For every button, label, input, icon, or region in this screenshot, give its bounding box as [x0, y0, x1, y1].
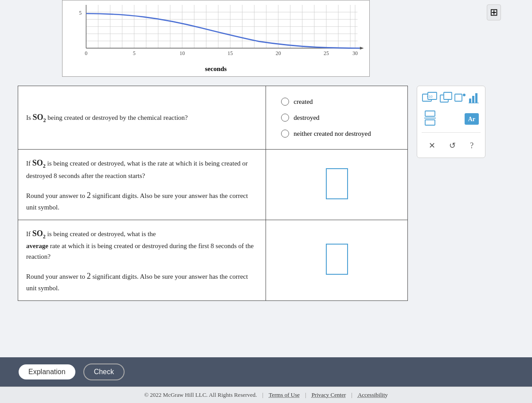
- copyright-text: © 2022 McGraw Hill LLC. All Rights Reser…: [144, 391, 257, 399]
- toolbar-row-2: Ar: [422, 110, 481, 128]
- toolbar-actions-row: ✕ ↺ ?: [422, 137, 481, 152]
- toolbar-divider: [422, 132, 481, 133]
- footer-sep-1: |: [262, 391, 264, 399]
- ar-icon[interactable]: Ar: [465, 113, 479, 125]
- graph-x-label: seconds: [67, 65, 365, 75]
- footer-sep-3: |: [351, 391, 352, 399]
- ar-label: Ar: [468, 116, 475, 122]
- radio-destroyed[interactable]: destroyed: [281, 114, 392, 122]
- radio-circle-neither[interactable]: [281, 130, 289, 138]
- toolbar-row-1: ×10: [422, 91, 481, 106]
- question-1-cell: Is SO2 being created or destroyed by the…: [18, 86, 266, 150]
- svg-text:20: 20: [276, 50, 281, 56]
- svg-rect-47: [469, 99, 471, 103]
- bar-chart-icon[interactable]: [468, 91, 481, 106]
- undo-action-btn[interactable]: ↺: [446, 139, 459, 152]
- radio-label-neither: neither created nor destroyed: [293, 130, 371, 138]
- explanation-button[interactable]: Explanation: [18, 363, 76, 380]
- footer: © 2022 McGraw Hill LLC. All Rights Reser…: [0, 387, 532, 403]
- svg-rect-45: [455, 94, 462, 101]
- math-toolbar: ×10: [417, 86, 485, 158]
- svg-text:25: 25: [324, 50, 329, 56]
- accessibility-link[interactable]: Accessibility: [358, 391, 388, 399]
- svg-text:×10: ×10: [426, 95, 433, 99]
- stacked-squares-icon[interactable]: [439, 91, 453, 106]
- question-3-cell: If SO2 is being created or destroyed, wh…: [18, 220, 266, 301]
- svg-rect-53: [425, 120, 435, 125]
- svg-text:30: 30: [352, 50, 358, 56]
- privacy-link[interactable]: Privacy Center: [312, 391, 346, 399]
- radio-neither[interactable]: neither created nor destroyed: [281, 130, 392, 138]
- dot-square-icon[interactable]: [454, 91, 467, 106]
- radio-label-destroyed: destroyed: [293, 114, 319, 122]
- terms-link[interactable]: Terms of Use: [269, 391, 300, 399]
- calculator-icon[interactable]: ⊞: [487, 4, 501, 20]
- svg-text:5: 5: [79, 10, 82, 16]
- check-button[interactable]: Check: [83, 363, 125, 380]
- answer-3-cell[interactable]: [266, 220, 408, 301]
- question-table: Is SO2 being created or destroyed by the…: [18, 86, 408, 301]
- fraction-icon[interactable]: [423, 110, 437, 128]
- x10-icon[interactable]: ×10: [422, 91, 438, 106]
- svg-marker-31: [360, 47, 364, 49]
- svg-rect-44: [444, 92, 452, 99]
- answer-1-cell: created destroyed neither created nor de…: [266, 86, 408, 150]
- footer-sep-2: |: [305, 391, 306, 399]
- bottom-bar: Explanation Check: [0, 357, 532, 387]
- radio-group-1: created destroyed neither created nor de…: [274, 93, 399, 142]
- radio-circle-created[interactable]: [281, 98, 289, 106]
- svg-rect-48: [472, 96, 474, 103]
- help-action-btn[interactable]: ?: [466, 139, 477, 152]
- radio-circle-destroyed[interactable]: [281, 114, 289, 122]
- answer-input-2[interactable]: [326, 168, 348, 199]
- answer-2-cell[interactable]: [266, 150, 408, 220]
- svg-text:10: 10: [180, 50, 185, 56]
- svg-text:0: 0: [85, 50, 87, 56]
- svg-text:5: 5: [133, 50, 136, 56]
- answer-input-3[interactable]: [326, 244, 348, 275]
- radio-label-created: created: [293, 98, 313, 106]
- radio-created[interactable]: created: [281, 98, 392, 106]
- svg-text:15: 15: [227, 50, 233, 56]
- svg-point-46: [463, 94, 466, 96]
- svg-rect-49: [475, 93, 477, 103]
- question-2-cell: If SO2 is being created or destroyed, wh…: [18, 150, 266, 220]
- question-3-bold: average: [26, 242, 48, 249]
- close-action-btn[interactable]: ✕: [425, 139, 439, 152]
- graph-svg: 5 0 5 10 15 20 25 30: [67, 5, 365, 63]
- svg-rect-51: [425, 111, 435, 116]
